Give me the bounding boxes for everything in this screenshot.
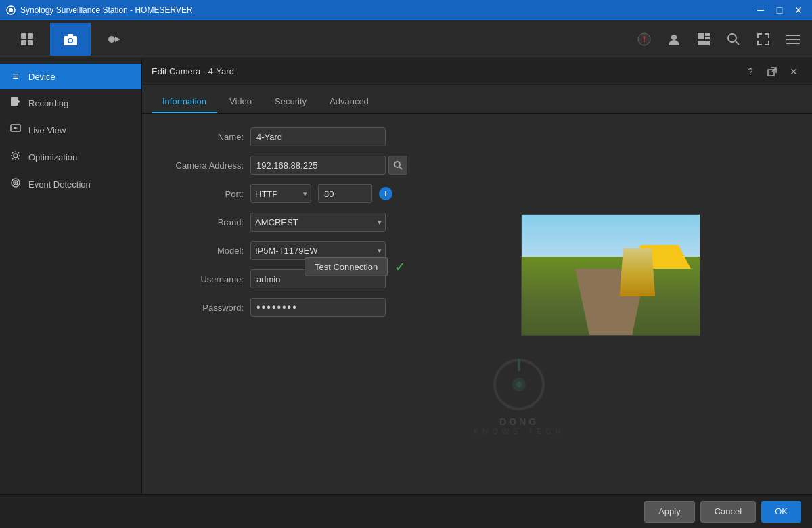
svg-line-19 bbox=[736, 41, 739, 45]
titlebar-controls: ─ □ ✕ bbox=[752, 3, 807, 17]
name-row: Name: bbox=[156, 127, 798, 146]
alert-icon: ! bbox=[637, 32, 652, 47]
watermark: DONG KNOWS TECH bbox=[474, 357, 564, 435]
port-protocol-select[interactable]: HTTP HTTPS RTSP bbox=[250, 184, 311, 203]
sidebar-item-liveview[interactable]: Live View bbox=[0, 116, 141, 144]
search-small-icon bbox=[393, 160, 403, 170]
svg-point-18 bbox=[728, 34, 736, 42]
model-row: Model: IP5M-T1179EW bbox=[156, 241, 798, 260]
popout-button[interactable] bbox=[763, 64, 781, 79]
watermark-subtext: KNOWS TECH bbox=[474, 427, 564, 435]
svg-rect-16 bbox=[705, 37, 710, 39]
toolbar-left bbox=[7, 23, 134, 56]
fullscreen-button[interactable] bbox=[751, 27, 775, 51]
svg-rect-14 bbox=[698, 33, 704, 39]
test-connection-button[interactable]: Test Connection bbox=[304, 257, 388, 276]
address-search-button[interactable] bbox=[388, 156, 407, 175]
address-row: Camera Address: bbox=[156, 156, 798, 175]
cancel-button[interactable]: Cancel bbox=[700, 501, 756, 523]
content-panel: Edit Camera - 4-Yard ? ✕ Information Vid… bbox=[142, 58, 812, 528]
username-label: Username: bbox=[156, 274, 244, 284]
tab-advanced[interactable]: Advanced bbox=[319, 91, 380, 113]
svg-point-29 bbox=[15, 182, 16, 183]
tab-video[interactable]: Video bbox=[219, 91, 263, 113]
close-button[interactable]: ✕ bbox=[790, 3, 807, 17]
brand-select[interactable]: AMCREST AXIS HIKVISION DAHUA bbox=[250, 213, 386, 232]
svg-line-33 bbox=[399, 167, 402, 169]
panel-header: Edit Camera - 4-Yard ? ✕ bbox=[142, 58, 812, 85]
popout-icon bbox=[767, 67, 777, 76]
address-input[interactable] bbox=[250, 156, 386, 175]
password-input[interactable] bbox=[250, 298, 386, 317]
brand-label: Brand: bbox=[156, 217, 244, 227]
layout-icon bbox=[696, 32, 711, 47]
sidebar-item-eventdetection-label: Event Detection bbox=[28, 179, 91, 190]
layout-button[interactable] bbox=[692, 27, 716, 51]
maximize-button[interactable]: □ bbox=[771, 3, 788, 17]
port-row: Port: HTTP HTTPS RTSP i bbox=[156, 184, 798, 203]
port-protocol-wrapper: HTTP HTTPS RTSP bbox=[250, 184, 311, 203]
address-label: Camera Address: bbox=[156, 160, 244, 171]
sidebar-item-recording[interactable]: Recording bbox=[0, 89, 141, 116]
test-connection-area: Test Connection ✓ bbox=[304, 257, 406, 276]
svg-rect-5 bbox=[28, 40, 33, 45]
svg-rect-20 bbox=[786, 35, 800, 36]
toolbar-recording-button[interactable] bbox=[93, 23, 134, 56]
sidebar-item-recording-label: Recording bbox=[28, 98, 68, 108]
sidebar-item-eventdetection[interactable]: Event Detection bbox=[0, 171, 141, 198]
password-row: Password: bbox=[156, 298, 798, 317]
connection-success-icon: ✓ bbox=[394, 259, 406, 275]
svg-point-10 bbox=[108, 36, 115, 43]
person-icon bbox=[667, 32, 681, 47]
svg-point-35 bbox=[512, 378, 526, 391]
svg-text:!: ! bbox=[643, 35, 646, 44]
tab-information-content: Name: Camera Address: Port: bbox=[142, 114, 812, 528]
svg-point-32 bbox=[394, 162, 400, 167]
account-button[interactable] bbox=[662, 27, 686, 51]
fullscreen-icon bbox=[757, 32, 770, 46]
port-info-icon[interactable]: i bbox=[379, 187, 392, 200]
sidebar-item-liveview-label: Live View bbox=[28, 125, 66, 135]
toolbar-overview-button[interactable] bbox=[7, 23, 47, 56]
camera-image bbox=[522, 215, 700, 335]
hamburger-icon bbox=[786, 32, 800, 46]
titlebar-left: Synology Surveillance Station - HOMESERV… bbox=[5, 5, 193, 16]
name-input[interactable] bbox=[250, 127, 386, 146]
search-icon bbox=[727, 32, 740, 46]
titlebar-title: Synology Surveillance Station - HOMESERV… bbox=[20, 5, 193, 15]
port-number-input[interactable] bbox=[318, 184, 372, 203]
camera-icon bbox=[63, 32, 78, 47]
svg-rect-9 bbox=[68, 34, 73, 37]
close-panel-button[interactable]: ✕ bbox=[785, 64, 803, 79]
eventdetection-icon bbox=[9, 177, 22, 191]
optimization-icon bbox=[9, 150, 22, 164]
panel-title: Edit Camera - 4-Yard bbox=[152, 66, 234, 76]
watermark-logo bbox=[492, 357, 546, 412]
tab-security[interactable]: Security bbox=[264, 91, 317, 113]
svg-rect-22 bbox=[786, 43, 800, 44]
titlebar: Synology Surveillance Station - HOMESERV… bbox=[0, 0, 812, 20]
sidebar-item-device-label: Device bbox=[28, 72, 55, 82]
record-icon bbox=[106, 32, 121, 47]
toolbar-camera-button[interactable] bbox=[50, 23, 91, 56]
svg-point-8 bbox=[69, 39, 72, 42]
minimize-button[interactable]: ─ bbox=[752, 3, 769, 17]
app-icon bbox=[5, 5, 16, 16]
sidebar-item-device[interactable]: ≡ Device bbox=[0, 64, 141, 89]
alert-button[interactable]: ! bbox=[632, 27, 656, 51]
apply-button[interactable]: Apply bbox=[644, 501, 695, 523]
help-button[interactable]: ? bbox=[742, 64, 759, 79]
device-icon: ≡ bbox=[9, 70, 22, 83]
svg-rect-15 bbox=[705, 33, 710, 36]
ok-button[interactable]: OK bbox=[761, 501, 801, 523]
svg-point-26 bbox=[14, 154, 18, 158]
svg-point-13 bbox=[671, 35, 677, 40]
tab-information[interactable]: Information bbox=[152, 91, 217, 113]
name-label: Name: bbox=[156, 132, 244, 142]
address-wrapper bbox=[250, 156, 407, 175]
sidebar-item-optimization[interactable]: Optimization bbox=[0, 144, 141, 171]
svg-point-34 bbox=[495, 360, 543, 409]
svg-rect-17 bbox=[698, 41, 710, 45]
menu-button[interactable] bbox=[781, 27, 805, 51]
search-button[interactable] bbox=[721, 27, 746, 51]
